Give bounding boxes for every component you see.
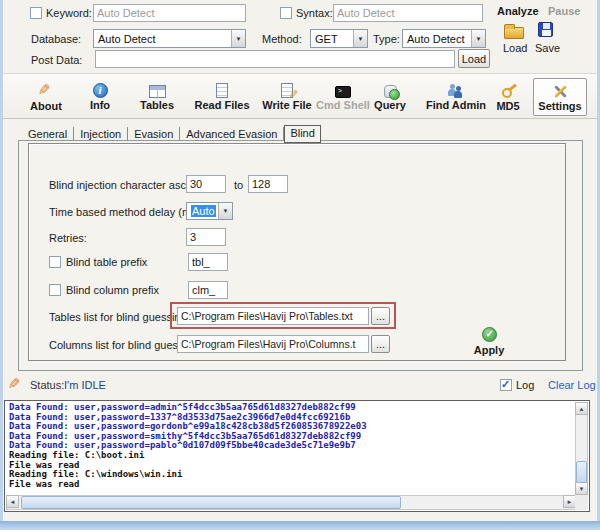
chevron-down-icon: ▼ xyxy=(231,30,245,47)
delay-dropdown[interactable]: Auto ▼ xyxy=(186,202,233,220)
blind-table-prefix-checkbox[interactable] xyxy=(49,256,61,268)
chevron-down-icon: ▼ xyxy=(471,30,485,47)
tools-icon xyxy=(552,83,569,99)
load-action-label: Load xyxy=(503,42,527,54)
apply-label: Apply xyxy=(474,344,505,356)
vertical-scrollbar[interactable]: ▲ ▼ xyxy=(575,402,588,495)
toolbar-label: MD5 xyxy=(496,100,519,112)
document-pencil-icon xyxy=(281,83,293,98)
analyze-button[interactable]: Analyze xyxy=(497,5,539,17)
log-text: Data Found: user,password=admin^5f4dcc3b… xyxy=(9,403,573,494)
vertical-scroll-thumb[interactable] xyxy=(576,461,587,483)
tab-advanced-evasion[interactable]: Advanced Evasion xyxy=(180,127,284,141)
key-icon xyxy=(500,83,516,99)
scroll-up-icon[interactable]: ▲ xyxy=(575,402,588,415)
retries-input[interactable] xyxy=(186,228,226,246)
tables-list-label: Tables list for blind guessing: xyxy=(49,311,190,323)
log-checkbox[interactable] xyxy=(500,379,512,391)
save-project-button[interactable] xyxy=(538,22,556,40)
ascii-to-input[interactable] xyxy=(248,175,288,193)
database-label: Database: xyxy=(31,33,81,45)
horizontal-scrollbar[interactable]: ◄ ► xyxy=(6,495,576,510)
clear-log-link[interactable]: Clear Log xyxy=(548,379,596,391)
type-value: Auto Detect xyxy=(403,33,471,45)
database-dropdown[interactable]: Auto Detect ▼ xyxy=(93,29,246,48)
check-circle-icon xyxy=(482,327,497,342)
toolbar-read-files-button[interactable]: Read Files xyxy=(192,78,252,116)
keyword-label: Keyword: xyxy=(46,7,92,19)
blind-settings-panel: Blind injection character ascii set: to … xyxy=(28,143,566,361)
tab-general[interactable]: General xyxy=(22,127,74,141)
status-bar: Status: I'm IDLE Log Clear Log xyxy=(0,373,600,398)
method-label: Method: xyxy=(262,33,302,45)
tables-list-input[interactable] xyxy=(177,307,369,325)
pause-button[interactable]: Pause xyxy=(548,5,580,17)
load-project-button[interactable] xyxy=(504,23,530,43)
tab-evasion[interactable]: Evasion xyxy=(128,127,180,141)
log-line: Reading file: C:\windows\win.ini xyxy=(9,470,573,480)
blind-table-prefix-label: Blind table prefix xyxy=(66,256,147,268)
toolbar-about-button[interactable]: About xyxy=(16,78,76,116)
terminal-icon xyxy=(335,86,351,98)
toolbar-label: About xyxy=(30,100,62,112)
users-icon xyxy=(446,84,466,98)
tab-strip: General Injection Evasion Advanced Evasi… xyxy=(22,126,321,141)
request-settings-panel: Keyword: Syntax: Analyze Pause Database:… xyxy=(0,0,600,75)
keyword-input[interactable] xyxy=(93,4,246,22)
method-value: GET xyxy=(311,33,353,45)
log-line: File was read xyxy=(9,480,573,490)
toolbar-label: Settings xyxy=(538,100,581,112)
database-icon xyxy=(384,85,397,98)
toolbar-info-button[interactable]: Info xyxy=(70,78,130,116)
blind-column-prefix-checkbox[interactable] xyxy=(49,284,61,296)
document-icon xyxy=(216,83,228,98)
tables-list-browse-button[interactable]: ... xyxy=(371,307,390,325)
tab-blind[interactable]: Blind xyxy=(284,125,320,143)
scroll-down-icon[interactable]: ▼ xyxy=(575,482,588,495)
blind-column-prefix-input[interactable] xyxy=(188,281,228,299)
chevron-down-icon: ▼ xyxy=(218,203,232,219)
toolbar-query-button[interactable]: Query xyxy=(360,78,420,116)
log-output[interactable]: Data Found: user,password=admin^5f4dcc3b… xyxy=(4,400,590,512)
keyword-checkbox[interactable] xyxy=(30,7,42,19)
columns-list-browse-button[interactable]: ... xyxy=(371,335,390,353)
table-icon xyxy=(149,85,166,98)
pencil-icon xyxy=(38,83,54,99)
blind-table-prefix-input[interactable] xyxy=(188,253,228,271)
post-data-label: Post Data: xyxy=(31,54,82,66)
havij-window: Keyword: Syntax: Analyze Pause Database:… xyxy=(0,0,600,530)
status-value: I'm IDLE xyxy=(64,379,106,391)
to-label: to xyxy=(234,179,243,191)
post-data-input[interactable] xyxy=(95,50,455,68)
toolbar-write-file-button[interactable]: Write File xyxy=(257,78,317,116)
type-dropdown[interactable]: Auto Detect ▼ xyxy=(402,29,486,48)
tab-injection[interactable]: Injection xyxy=(74,127,128,141)
syntax-input[interactable] xyxy=(333,4,483,22)
horizontal-scroll-thumb[interactable] xyxy=(21,496,401,509)
apply-button[interactable]: Apply xyxy=(453,327,525,365)
chevron-down-icon: ▼ xyxy=(353,30,367,47)
divider xyxy=(4,73,596,74)
scroll-left-icon[interactable]: ◄ xyxy=(6,495,19,508)
toolbar-md5-button[interactable]: MD5 xyxy=(478,78,538,116)
log-line: Reading file: C:\boot.ini xyxy=(9,451,573,461)
save-action-label: Save xyxy=(535,42,560,54)
ascii-from-input[interactable] xyxy=(186,175,226,193)
info-icon xyxy=(93,83,108,98)
method-dropdown[interactable]: GET ▼ xyxy=(310,29,368,48)
window-frame-left xyxy=(0,0,3,530)
settings-tab-control: General Injection Evasion Advanced Evasi… xyxy=(18,126,583,372)
columns-list-input[interactable] xyxy=(177,335,369,353)
post-data-load-button[interactable]: Load xyxy=(458,49,490,68)
blind-column-prefix-label: Blind column prefix xyxy=(66,284,159,296)
folder-icon xyxy=(504,27,524,39)
database-value: Auto Detect xyxy=(94,33,231,45)
main-toolbar: About Info Tables Read Files Write File … xyxy=(0,75,600,119)
toolbar-tables-button[interactable]: Tables xyxy=(127,78,187,116)
toolbar-settings-button[interactable]: Settings xyxy=(533,78,587,116)
syntax-label: Syntax: xyxy=(296,7,333,19)
delay-label: Time based method delay (ms): xyxy=(49,206,203,218)
syntax-checkbox[interactable] xyxy=(280,7,292,19)
delay-value: Auto xyxy=(191,205,216,217)
toolbar-label: Query xyxy=(374,99,406,111)
